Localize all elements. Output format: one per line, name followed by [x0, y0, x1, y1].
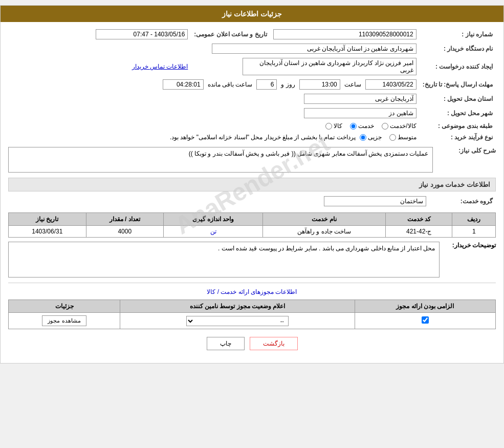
buyer-notes-value: محل اعتبار از منابع داخلی شهرداری می باش…: [8, 242, 440, 278]
category-kala-khedmat[interactable]: کالا/خدمت: [382, 122, 416, 130]
view-permission-button[interactable]: مشاهده مجوز: [42, 315, 86, 326]
category-kala-khedmat-label: کالا/خدمت: [390, 122, 416, 130]
creator-value: امیر فرزین نژاد کاربرداز شهرداری شاهین د…: [243, 58, 417, 75]
need-number-value: 1103090528000012: [273, 29, 417, 39]
buyer-org-value: شهرداری شاهین دز استان آذربایجان غربی: [212, 44, 417, 54]
perm-col-details: جزئیات: [9, 300, 120, 313]
col-code: کد خدمت: [385, 213, 452, 226]
purchase-jozi-label: جزیی: [368, 134, 382, 141]
perm-status-cell: --: [120, 313, 355, 329]
perm-col-status: اعلام وضعیت مجوز توسط نامین کننده: [120, 300, 355, 313]
announce-value: 1403/05/16 - 07:47: [96, 29, 188, 39]
back-button[interactable]: بازگشت: [250, 337, 298, 350]
purchase-motavaset-label: متوسط: [398, 134, 417, 141]
reply-time-label: ساعت: [344, 81, 361, 88]
province-label: استان محل تحویل :: [420, 92, 496, 106]
city-value: شاهین دز: [304, 108, 417, 118]
creator-label: ایجاد کننده درخواست :: [420, 56, 496, 77]
purchase-motavaset[interactable]: متوسط: [389, 134, 417, 141]
reply-day-label: روز و: [281, 81, 295, 88]
need-number-label: شماره نیاز :: [420, 27, 496, 41]
service-group-label: گروه خدمت:: [429, 194, 496, 208]
category-khedmat-label: خدمت: [358, 122, 374, 130]
category-kala-radio[interactable]: [325, 123, 332, 130]
perm-required-checkbox[interactable]: [422, 316, 429, 324]
col-row: ردیف: [452, 213, 496, 226]
announce-label: تاریخ و ساعت اعلان عمومی:: [191, 27, 270, 41]
reply-days: 6: [256, 79, 277, 90]
col-date: تاریخ نیاز: [9, 213, 86, 226]
category-khedmat-radio[interactable]: [350, 123, 357, 130]
perm-details-cell: مشاهده مجوز: [9, 313, 120, 329]
purchase-type-group: متوسط جزیی: [360, 134, 417, 141]
print-button[interactable]: چاپ: [207, 337, 245, 350]
table-row: 1 ج-42-421 ساخت جاده و راهآهن تن 4000 14…: [9, 226, 496, 238]
services-table: ردیف کد خدمت نام خدمت واحد اندازه گیری ت…: [8, 212, 496, 238]
perm-status-select[interactable]: --: [186, 316, 289, 326]
reply-time: 13:00: [299, 79, 340, 90]
purchase-jozi-radio[interactable]: [360, 134, 366, 141]
reply-deadline-label: مهلت ارسال پاسخ: تا تاریخ:: [420, 77, 496, 92]
cell-unit[interactable]: تن: [164, 226, 263, 238]
purchase-type-label: نوع فرآیند خرید :: [420, 132, 496, 143]
category-kala-khedmat-radio[interactable]: [382, 123, 388, 130]
category-group: کالا/خدمت خدمت کالا: [11, 122, 417, 130]
buyer-org-label: نام دستگاه خریدار :: [420, 41, 496, 56]
perm-required-cell: [355, 313, 496, 329]
need-desc-value: عملیات دستمزدی پخش آسفالت معابر شهری شام…: [8, 147, 433, 173]
bottom-buttons: بازگشت چاپ: [8, 337, 496, 350]
category-label: طبقه بندی موضوعی :: [420, 120, 496, 132]
col-name: نام خدمت: [263, 213, 386, 226]
buyer-notes-label: توضیحات خریدار:: [445, 242, 496, 249]
cell-quantity: 4000: [86, 226, 163, 238]
reply-date: 1403/05/22: [365, 79, 417, 90]
permissions-title: اطلاعات مجوزهای ارائه خدمت / کالا: [8, 288, 496, 295]
category-kala[interactable]: کالا: [325, 122, 342, 130]
col-unit: واحد اندازه گیری: [164, 213, 263, 226]
table-row: -- مشاهده مجوز: [9, 313, 496, 329]
cell-row: 1: [452, 226, 496, 238]
perm-col-required: الزامی بودن ارائه مجوز: [355, 300, 496, 313]
col-quantity: تعداد / مقدار: [86, 213, 163, 226]
cell-name: ساخت جاده و راهآهن: [263, 226, 386, 238]
category-khedmat[interactable]: خدمت: [350, 122, 374, 130]
services-section-title: اطلاعات خدمات مورد نیاز: [8, 178, 496, 191]
cell-code: ج-42-421: [385, 226, 452, 238]
reply-remaining-label: ساعت باقی مانده: [208, 81, 253, 88]
category-kala-label: کالا: [334, 122, 342, 130]
reply-remaining: 04:28:01: [163, 79, 204, 90]
need-desc-label: شرح کلی نیاز:: [438, 147, 496, 154]
permissions-table: الزامی بودن ارائه مجوز اعلام وضعیت مجوز …: [8, 300, 496, 329]
page-title: جزئیات اطلاعات نیاز: [1, 6, 503, 22]
purchase-jozi[interactable]: جزیی: [360, 134, 382, 141]
service-group-value: ساختمان: [324, 196, 426, 206]
cell-date: 1403/06/31: [9, 226, 86, 238]
purchase-motavaset-radio[interactable]: [389, 134, 396, 141]
province-value: آذربایجان غربی: [304, 94, 417, 104]
city-label: شهر محل تحویل :: [420, 106, 496, 120]
purchase-type-note: پرداخت تمام یا بخشی از مبلغ خریدار محل "…: [170, 134, 356, 141]
creator-link[interactable]: اطلاعات تماس خریدار: [132, 63, 188, 70]
